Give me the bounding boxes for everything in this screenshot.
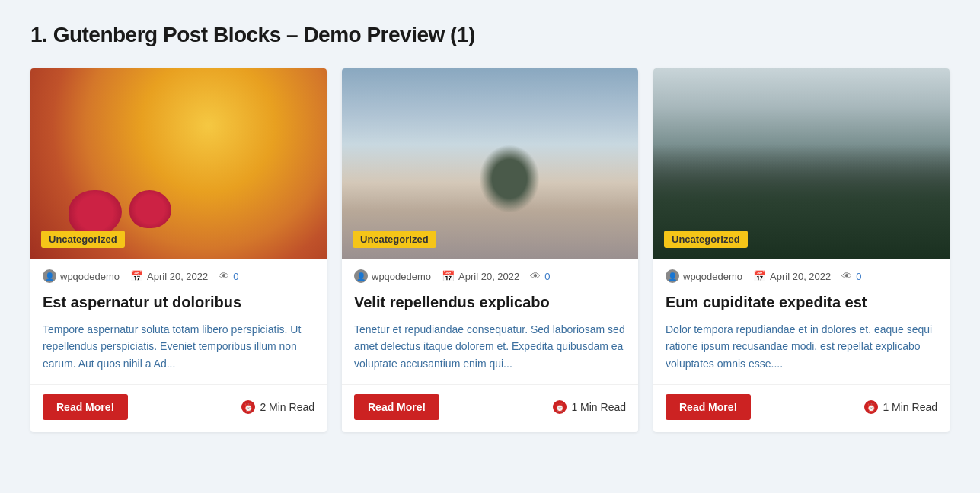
date-meta: 📅 April 20, 2022 bbox=[130, 270, 208, 282]
post-title: Eum cupiditate expedita est bbox=[653, 289, 950, 321]
card-meta: 👤 wpqodedemo 📅 April 20, 2022 👁 0 bbox=[653, 259, 950, 289]
read-time: ⏰ 2 Min Read bbox=[241, 400, 314, 414]
author-meta: 👤 wpqodedemo bbox=[354, 269, 431, 283]
clock-icon: ⏰ bbox=[241, 400, 255, 414]
post-title: Velit repellendus explicabo bbox=[342, 289, 638, 321]
user-icon: 👤 bbox=[43, 269, 56, 283]
card-meta: 👤 wpqodedemo 📅 April 20, 2022 👁 0 bbox=[30, 259, 327, 289]
clock-icon: ⏰ bbox=[864, 400, 878, 414]
post-excerpt: Tenetur et repudiandae consequatur. Sed … bbox=[342, 321, 638, 384]
author-meta: 👤 wpqodedemo bbox=[43, 269, 120, 283]
category-badge[interactable]: Uncategorized bbox=[353, 231, 436, 248]
read-more-button[interactable]: Read More! bbox=[43, 394, 128, 420]
card-footer: Read More! ⏰ 1 Min Read bbox=[342, 384, 638, 432]
read-time-label: 1 Min Read bbox=[883, 401, 937, 413]
views-count: 0 bbox=[544, 271, 550, 282]
post-card: Uncategorized 👤 wpqodedemo 📅 April 20, 2… bbox=[342, 68, 638, 432]
post-excerpt: Dolor tempora repudiandae et in dolores … bbox=[653, 321, 950, 384]
post-excerpt: Tempore aspernatur soluta totam libero p… bbox=[30, 321, 327, 384]
card-footer: Read More! ⏰ 1 Min Read bbox=[653, 384, 950, 432]
views-count: 0 bbox=[233, 271, 238, 282]
page-title: 1. Gutenberg Post Blocks – Demo Preview … bbox=[30, 23, 950, 47]
post-card: Uncategorized 👤 wpqodedemo 📅 April 20, 2… bbox=[30, 68, 327, 432]
read-time-label: 2 Min Read bbox=[260, 401, 314, 413]
views-meta: 👁 0 bbox=[841, 270, 861, 282]
calendar-icon: 📅 bbox=[753, 270, 766, 282]
views-meta: 👁 0 bbox=[219, 270, 238, 282]
category-badge[interactable]: Uncategorized bbox=[41, 231, 125, 248]
read-more-button[interactable]: Read More! bbox=[666, 394, 751, 420]
author-name: wpqodedemo bbox=[683, 271, 742, 282]
user-icon: 👤 bbox=[666, 269, 679, 283]
user-icon: 👤 bbox=[354, 269, 368, 283]
calendar-icon: 📅 bbox=[442, 270, 455, 282]
author-name: wpqodedemo bbox=[372, 271, 431, 282]
eye-icon: 👁 bbox=[219, 270, 229, 282]
views-meta: 👁 0 bbox=[530, 270, 550, 282]
author-meta: 👤 wpqodedemo bbox=[666, 269, 742, 283]
date-meta: 📅 April 20, 2022 bbox=[442, 270, 519, 282]
cards-grid: Uncategorized 👤 wpqodedemo 📅 April 20, 2… bbox=[30, 68, 950, 432]
card-footer: Read More! ⏰ 2 Min Read bbox=[30, 384, 327, 432]
calendar-icon: 📅 bbox=[130, 270, 143, 282]
post-title: Est aspernatur ut doloribus bbox=[30, 289, 327, 321]
clock-icon: ⏰ bbox=[553, 400, 567, 414]
post-date: April 20, 2022 bbox=[147, 271, 208, 282]
author-name: wpqodedemo bbox=[60, 271, 120, 282]
category-badge[interactable]: Uncategorized bbox=[664, 231, 748, 248]
card-meta: 👤 wpqodedemo 📅 April 20, 2022 👁 0 bbox=[342, 259, 638, 289]
date-meta: 📅 April 20, 2022 bbox=[753, 270, 831, 282]
read-time: ⏰ 1 Min Read bbox=[864, 400, 937, 414]
post-date: April 20, 2022 bbox=[458, 271, 519, 282]
card-image-wrap: Uncategorized bbox=[653, 68, 950, 259]
eye-icon: 👁 bbox=[841, 270, 852, 282]
post-date: April 20, 2022 bbox=[770, 271, 831, 282]
card-image-wrap: Uncategorized bbox=[342, 68, 638, 259]
read-more-button[interactable]: Read More! bbox=[354, 394, 439, 420]
post-card: Uncategorized 👤 wpqodedemo 📅 April 20, 2… bbox=[653, 68, 950, 432]
read-time-label: 1 Min Read bbox=[571, 401, 626, 413]
views-count: 0 bbox=[856, 271, 861, 282]
card-image-wrap: Uncategorized bbox=[30, 68, 327, 259]
read-time: ⏰ 1 Min Read bbox=[553, 400, 626, 414]
eye-icon: 👁 bbox=[530, 270, 541, 282]
